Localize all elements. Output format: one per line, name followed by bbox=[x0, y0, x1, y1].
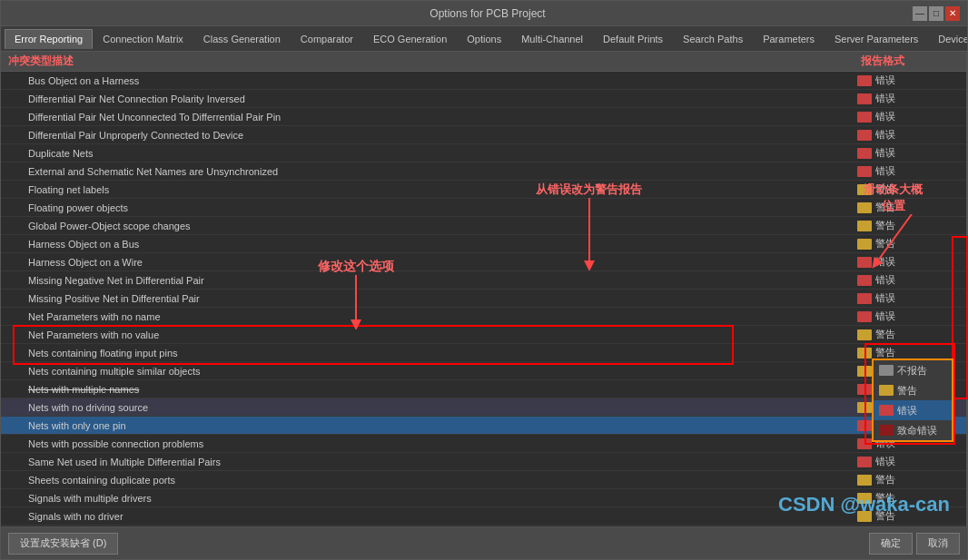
item-badge: 错误 bbox=[857, 309, 966, 323]
item-text: Nets with possible connection problems bbox=[1, 438, 857, 449]
item-text: Signals with no driver bbox=[1, 511, 857, 522]
badge-text: 警告 bbox=[875, 182, 895, 196]
tab-multi-channel[interactable]: Multi-Channel bbox=[511, 29, 593, 49]
list-item[interactable]: Differential Pair Unproperly Connected t… bbox=[1, 126, 966, 144]
list-item[interactable]: Same Net used in Multiple Differential P… bbox=[1, 453, 966, 471]
folder-icon bbox=[857, 184, 872, 195]
folder-icon bbox=[857, 239, 872, 250]
item-badge: 错误 bbox=[857, 110, 966, 123]
folder-icon bbox=[857, 275, 872, 286]
tab-server-parameters[interactable]: Server Parameters bbox=[825, 29, 928, 49]
item-text: Nets with only one pin bbox=[1, 420, 857, 431]
dialog-title: Options for PCB Project bbox=[63, 7, 913, 20]
list-item[interactable]: Floating power objects警告 bbox=[1, 199, 966, 217]
badge-text: 警告 bbox=[875, 201, 895, 214]
folder-icon bbox=[857, 420, 872, 431]
tab-error-reporting[interactable]: Error Reporting bbox=[5, 29, 93, 49]
badge-text: 错误 bbox=[875, 309, 895, 323]
dropdown-option-error[interactable]: 错误 bbox=[874, 400, 952, 420]
list-item[interactable]: Net Parameters with no value警告 bbox=[1, 326, 966, 344]
list-item[interactable]: Nets with only one pin错误 bbox=[1, 417, 966, 435]
item-badge: 错误 bbox=[857, 291, 966, 305]
tab-search-paths[interactable]: Search Paths bbox=[673, 29, 753, 49]
list-item[interactable]: Signals with no driver警告 bbox=[1, 507, 966, 526]
list-item[interactable]: Nets with multiple names错误 bbox=[1, 380, 966, 398]
cancel-button[interactable]: 取消 bbox=[916, 533, 960, 555]
list-item[interactable]: Missing Negative Net in Differential Pai… bbox=[1, 271, 966, 290]
folder-icon-warning bbox=[879, 385, 894, 396]
folder-icon bbox=[857, 475, 872, 486]
folder-icon bbox=[857, 293, 872, 304]
item-badge: 错误 bbox=[857, 164, 966, 178]
list-item[interactable]: Nets with possible connection problems错误 bbox=[1, 435, 966, 453]
tab-eco-generation[interactable]: ECO Generation bbox=[363, 29, 457, 49]
col-header-format: 报告格式 bbox=[857, 54, 966, 69]
list-item[interactable]: Differential Pair Net Connection Polarit… bbox=[1, 90, 966, 108]
maximize-button[interactable]: □ bbox=[929, 6, 943, 21]
item-text: Nets with multiple names bbox=[1, 384, 857, 395]
list-item[interactable]: Differential Pair Net Unconnected To Dif… bbox=[1, 108, 966, 126]
error-list[interactable]: Bus Object on a Harness错误Differential Pa… bbox=[1, 72, 966, 526]
dropdown-option-no-report[interactable]: 不报告 bbox=[874, 360, 952, 380]
list-item[interactable]: Sheets containing duplicate ports警告 bbox=[1, 471, 966, 489]
list-item[interactable]: Harness Object on a Bus警告 bbox=[1, 235, 966, 253]
badge-text: 错误 bbox=[875, 110, 895, 123]
item-text: Same Net used in Multiple Differential P… bbox=[1, 457, 857, 467]
folder-icon bbox=[857, 148, 872, 159]
list-item[interactable]: Nets containing multiple similar objects… bbox=[1, 362, 966, 380]
ok-button[interactable]: 确定 bbox=[869, 533, 913, 555]
folder-icon bbox=[857, 457, 872, 467]
item-badge: 警告 bbox=[857, 237, 966, 251]
tab-class-generation[interactable]: Class Generation bbox=[193, 29, 291, 49]
folder-icon-error bbox=[879, 405, 894, 416]
badge-text: 警告 bbox=[875, 491, 895, 505]
window-controls: — □ ✕ bbox=[913, 6, 960, 21]
close-button[interactable]: ✕ bbox=[945, 6, 960, 21]
option-fatal: 致命错误 bbox=[897, 424, 937, 437]
footer-right: 确定 取消 bbox=[869, 533, 960, 555]
badge-text: 警告 bbox=[875, 328, 895, 341]
dropdown-option-fatal[interactable]: 致命错误 bbox=[874, 420, 952, 440]
folder-icon bbox=[857, 329, 872, 340]
folder-icon bbox=[857, 130, 872, 141]
content-area: 冲突类型描述 报告格式 Bus Object on a Harness错误Dif… bbox=[1, 52, 967, 526]
list-item[interactable]: Net Parameters with no name错误 bbox=[1, 308, 966, 326]
list-item[interactable]: Nets with no driving source警告 bbox=[1, 398, 966, 417]
item-text: Harness Object on a Bus bbox=[1, 239, 857, 250]
list-item[interactable]: Floating net labels警告 bbox=[1, 181, 966, 199]
item-badge: 错误 bbox=[857, 273, 966, 287]
badge-dropdown[interactable]: 不报告 警告 错误 致命错误 bbox=[872, 359, 953, 442]
folder-icon bbox=[857, 221, 872, 231]
list-item[interactable]: Duplicate Nets错误 bbox=[1, 144, 966, 162]
item-badge: 警告 bbox=[857, 509, 966, 523]
install-defaults-button[interactable]: 设置成安装缺省 (D) bbox=[8, 533, 118, 555]
tab-device-sheet[interactable]: Device Sheet bbox=[928, 29, 967, 49]
item-badge: 警告 bbox=[857, 328, 966, 341]
list-item[interactable]: External and Schematic Net Names are Uns… bbox=[1, 162, 966, 181]
tab-parameters[interactable]: Parameters bbox=[753, 29, 825, 49]
badge-text: 错误 bbox=[875, 146, 895, 160]
item-text: Duplicate Nets bbox=[1, 148, 857, 159]
minimize-button[interactable]: — bbox=[913, 6, 927, 21]
folder-icon bbox=[857, 166, 872, 177]
list-item[interactable]: Nets containing floating input pins警告 bbox=[1, 344, 966, 362]
folder-icon bbox=[857, 366, 872, 377]
tab-comparator[interactable]: Comparator bbox=[291, 29, 363, 49]
item-badge: 警告 bbox=[857, 219, 966, 232]
item-text: Nets containing floating input pins bbox=[1, 348, 857, 359]
list-item[interactable]: Harness Object on a Wire错误 bbox=[1, 253, 966, 271]
tab-default-prints[interactable]: Default Prints bbox=[593, 29, 673, 49]
tab-options[interactable]: Options bbox=[457, 29, 511, 49]
item-text: Bus Object on a Harness bbox=[1, 75, 857, 86]
folder-icon bbox=[857, 112, 872, 123]
item-text: Missing Negative Net in Differential Pai… bbox=[1, 275, 857, 286]
item-badge: 错误 bbox=[857, 92, 966, 105]
list-item[interactable]: Signals with multiple drivers警告 bbox=[1, 489, 966, 507]
list-item[interactable]: Missing Positive Net in Differential Pai… bbox=[1, 290, 966, 308]
list-item[interactable]: Global Power-Object scope changes警告 bbox=[1, 217, 966, 235]
item-badge: 错误 bbox=[857, 146, 966, 160]
item-text: Floating net labels bbox=[1, 184, 857, 195]
tab-connection-matrix[interactable]: Connection Matrix bbox=[93, 29, 193, 49]
list-item[interactable]: Bus Object on a Harness错误 bbox=[1, 72, 966, 90]
dropdown-option-warning[interactable]: 警告 bbox=[874, 380, 952, 400]
